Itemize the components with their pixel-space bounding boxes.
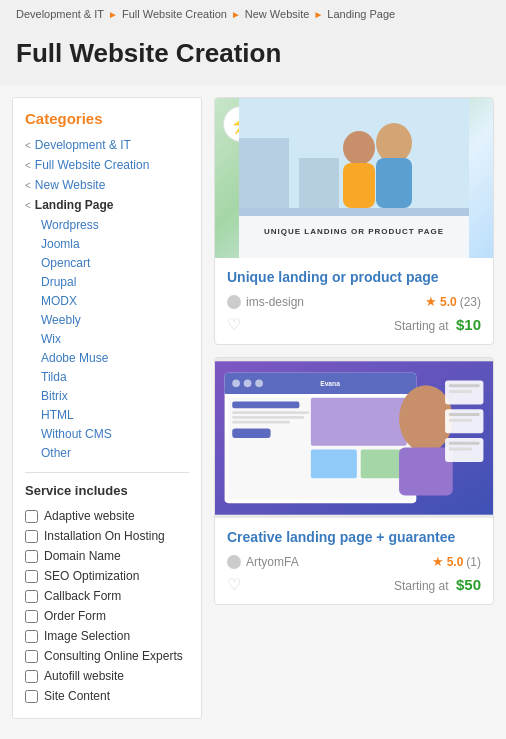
svg-point-15 bbox=[244, 380, 252, 388]
breadcrumb-sep-3: ► bbox=[313, 9, 323, 20]
product-meta-1: ims-design ★ 5.0 (23) bbox=[227, 294, 481, 309]
sidebar-subitem-modx[interactable]: MODX bbox=[25, 291, 189, 310]
service-label-consulting: Consulting Online Experts bbox=[44, 649, 183, 663]
product-info-1: Unique landing or product page ims-desig… bbox=[215, 258, 493, 344]
sidebar-subitem-other[interactable]: Other bbox=[25, 443, 189, 462]
categories-title: Categories bbox=[25, 110, 189, 127]
favorite-button-2[interactable]: ♡ bbox=[227, 575, 241, 594]
sidebar-link-fullweb[interactable]: Full Website Creation bbox=[35, 158, 150, 172]
checkbox-sitecontent[interactable] bbox=[25, 690, 38, 703]
service-item-image[interactable]: Image Selection bbox=[25, 626, 189, 646]
sidebar-subitem-tilda[interactable]: Tilda bbox=[25, 367, 189, 386]
svg-rect-36 bbox=[449, 442, 480, 445]
breadcrumb-link-newweb[interactable]: New Website bbox=[245, 8, 310, 20]
product-rating-2: ★ 5.0 (1) bbox=[432, 554, 481, 569]
service-label-order: Order Form bbox=[44, 609, 106, 623]
sidebar-subitem-weebly[interactable]: Weebly bbox=[25, 310, 189, 329]
price-area-2: Starting at $50 bbox=[394, 576, 481, 593]
sidebar-link-devit[interactable]: Development & IT bbox=[35, 138, 131, 152]
price-amount-1: $10 bbox=[456, 316, 481, 333]
service-item-autofill[interactable]: Autofill website bbox=[25, 666, 189, 686]
checkbox-domain[interactable] bbox=[25, 550, 38, 563]
checkbox-autofill[interactable] bbox=[25, 670, 38, 683]
service-item-callback[interactable]: Callback Form bbox=[25, 586, 189, 606]
service-item-installation[interactable]: Installation On Hosting bbox=[25, 526, 189, 546]
sidebar: Categories < Development & IT < Full Web… bbox=[12, 97, 202, 719]
svg-rect-2 bbox=[239, 138, 289, 208]
sidebar-subitem-wix[interactable]: Wix bbox=[25, 329, 189, 348]
seller-1: ims-design bbox=[227, 295, 304, 309]
breadcrumb-link-fullweb[interactable]: Full Website Creation bbox=[122, 8, 227, 20]
checkbox-callback[interactable] bbox=[25, 590, 38, 603]
svg-rect-30 bbox=[449, 385, 480, 388]
svg-rect-3 bbox=[299, 158, 339, 208]
svg-rect-21 bbox=[232, 416, 304, 419]
breadcrumb-sep-1: ► bbox=[108, 9, 118, 20]
service-item-seo[interactable]: SEO Optimization bbox=[25, 566, 189, 586]
service-item-adaptive[interactable]: Adaptive website bbox=[25, 506, 189, 526]
sidebar-item-fullweb[interactable]: < Full Website Creation bbox=[25, 155, 189, 175]
service-item-domain[interactable]: Domain Name bbox=[25, 546, 189, 566]
checkbox-installation[interactable] bbox=[25, 530, 38, 543]
svg-point-16 bbox=[255, 380, 263, 388]
service-label-autofill: Autofill website bbox=[44, 669, 124, 683]
svg-rect-23 bbox=[232, 429, 270, 439]
product-meta-2: ArtyomFA ★ 5.0 (1) bbox=[227, 554, 481, 569]
rating-value-2: 5.0 bbox=[447, 555, 464, 569]
checkbox-adaptive[interactable] bbox=[25, 510, 38, 523]
price-amount-2: $50 bbox=[456, 576, 481, 593]
product-card-2: Evana bbox=[214, 357, 494, 605]
products-list: ⚡ bbox=[214, 97, 494, 719]
favorite-button-1[interactable]: ♡ bbox=[227, 315, 241, 334]
sidebar-item-devit[interactable]: < Development & IT bbox=[25, 135, 189, 155]
product-title-1[interactable]: Unique landing or product page bbox=[227, 268, 481, 286]
sidebar-subitem-joomla[interactable]: Joomla bbox=[25, 234, 189, 253]
checkbox-consulting[interactable] bbox=[25, 650, 38, 663]
service-item-sitecontent[interactable]: Site Content bbox=[25, 686, 189, 706]
svg-point-4 bbox=[376, 123, 412, 163]
service-label-callback: Callback Form bbox=[44, 589, 121, 603]
breadcrumb-current: Landing Page bbox=[327, 8, 395, 20]
product-footer-1: ♡ Starting at $10 bbox=[227, 315, 481, 334]
service-item-order[interactable]: Order Form bbox=[25, 606, 189, 626]
sidebar-divider bbox=[25, 472, 189, 473]
checkbox-image[interactable] bbox=[25, 630, 38, 643]
sidebar-subitem-opencart[interactable]: Opencart bbox=[25, 253, 189, 272]
price-label-1: Starting at bbox=[394, 319, 449, 333]
card2-illustration: Evana bbox=[215, 358, 493, 518]
sidebar-subitem-bitrix[interactable]: Bitrix bbox=[25, 386, 189, 405]
service-label-image: Image Selection bbox=[44, 629, 130, 643]
sidebar-item-landing[interactable]: < Landing Page bbox=[25, 195, 189, 215]
sidebar-subitem-drupal[interactable]: Drupal bbox=[25, 272, 189, 291]
svg-rect-5 bbox=[376, 158, 412, 208]
sidebar-subitem-adobemuse[interactable]: Adobe Muse bbox=[25, 348, 189, 367]
star-icon-2: ★ bbox=[432, 554, 444, 569]
svg-rect-31 bbox=[449, 390, 472, 393]
sidebar-subitem-wordpress[interactable]: Wordpress bbox=[25, 215, 189, 234]
svg-rect-24 bbox=[311, 398, 407, 446]
seller-name-1: ims-design bbox=[246, 295, 304, 309]
price-area-1: Starting at $10 bbox=[394, 316, 481, 333]
star-icon-1: ★ bbox=[425, 294, 437, 309]
product-image-2: Evana bbox=[215, 358, 493, 518]
svg-rect-8 bbox=[239, 216, 469, 258]
checkbox-seo[interactable] bbox=[25, 570, 38, 583]
product-footer-2: ♡ Starting at $50 bbox=[227, 575, 481, 594]
rating-value-1: 5.0 bbox=[440, 295, 457, 309]
card1-background: ⚡ bbox=[215, 98, 493, 258]
svg-rect-7 bbox=[343, 163, 375, 208]
rating-count-2: (1) bbox=[466, 555, 481, 569]
seller-name-2: ArtyomFA bbox=[246, 555, 299, 569]
breadcrumb-link-devit[interactable]: Development & IT bbox=[16, 8, 104, 20]
sidebar-subitem-withoutcms[interactable]: Without CMS bbox=[25, 424, 189, 443]
product-title-2[interactable]: Creative landing page + guarantee bbox=[227, 528, 481, 546]
svg-point-27 bbox=[399, 385, 453, 452]
sidebar-item-newweb[interactable]: < New Website bbox=[25, 175, 189, 195]
service-item-consulting[interactable]: Consulting Online Experts bbox=[25, 646, 189, 666]
sidebar-link-newweb[interactable]: New Website bbox=[35, 178, 105, 192]
sidebar-subitem-html[interactable]: HTML bbox=[25, 405, 189, 424]
chevron-icon: < bbox=[25, 180, 31, 191]
svg-rect-34 bbox=[449, 419, 472, 422]
sidebar-link-landing[interactable]: Landing Page bbox=[35, 198, 114, 212]
checkbox-order[interactable] bbox=[25, 610, 38, 623]
